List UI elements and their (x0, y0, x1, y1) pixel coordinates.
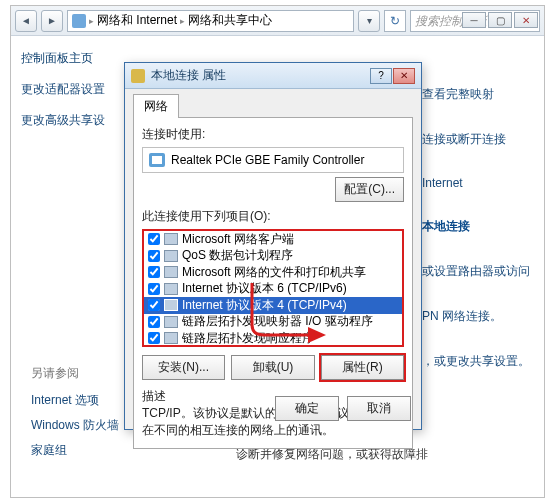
list-item-label: 链路层拓扑发现响应程序 (182, 330, 314, 347)
close-button[interactable]: ✕ (514, 12, 538, 28)
ok-button[interactable]: 确定 (275, 396, 339, 421)
properties-button[interactable]: 属性(R) (321, 355, 404, 380)
items-label: 此连接使用下列项目(O): (142, 208, 404, 225)
uninstall-button[interactable]: 卸载(U) (231, 355, 314, 380)
dialog-footer: 确定 取消 (275, 396, 411, 421)
list-item[interactable]: Microsoft 网络的文件和打印机共享 (144, 264, 402, 281)
window-controls: ─ ▢ ✕ (462, 12, 538, 28)
breadcrumb-segment[interactable]: 网络和共享中心 (188, 12, 272, 29)
tab-strip: 网络 (133, 93, 413, 117)
tab-network[interactable]: 网络 (133, 94, 179, 118)
right-link: PN 网络连接。 (422, 308, 532, 325)
list-item-label: Microsoft 网络客户端 (182, 231, 294, 248)
list-item-checkbox[interactable] (148, 250, 160, 262)
list-item-label: QoS 数据包计划程序 (182, 247, 293, 264)
list-item-checkbox[interactable] (148, 299, 160, 311)
list-item[interactable]: QoS 数据包计划程序 (144, 248, 402, 265)
refresh-button[interactable]: ↻ (384, 10, 406, 32)
maximize-button[interactable]: ▢ (488, 12, 512, 28)
right-link[interactable]: 查看完整映射 (422, 86, 532, 103)
adapter-name: Realtek PCIe GBE Family Controller (171, 153, 364, 167)
dialog-help-button[interactable]: ? (370, 68, 392, 84)
dialog-window-controls: ? ✕ (370, 68, 415, 84)
list-item-label: Internet 协议版本 6 (TCP/IPv6) (182, 280, 347, 297)
list-item-label: 链路层拓扑发现映射器 I/O 驱动程序 (182, 313, 373, 330)
nic-icon (149, 153, 165, 167)
list-item-checkbox[interactable] (148, 266, 160, 278)
dialog-title-text: 本地连接 属性 (151, 67, 364, 84)
list-item[interactable]: 链路层拓扑发现映射器 I/O 驱动程序 (144, 314, 402, 331)
dialog-icon (131, 69, 145, 83)
list-item-checkbox[interactable] (148, 316, 160, 328)
breadcrumb-dropdown-button[interactable]: ▾ (358, 10, 380, 32)
properties-dialog: 本地连接 属性 ? ✕ 网络 连接时使用: Realtek PCIe GBE F… (124, 62, 422, 430)
connect-using-label: 连接时使用: (142, 126, 404, 143)
adapter-box: Realtek PCIe GBE Family Controller (142, 147, 404, 173)
cancel-button[interactable]: 取消 (347, 396, 411, 421)
dialog-close-button[interactable]: ✕ (393, 68, 415, 84)
list-item-checkbox[interactable] (148, 283, 160, 295)
protocol-icon (164, 316, 178, 328)
network-items-list[interactable]: Microsoft 网络客户端 QoS 数据包计划程序 Microsoft 网络… (142, 229, 404, 347)
breadcrumb-separator: ▸ (89, 16, 94, 26)
configure-button[interactable]: 配置(C)... (335, 177, 404, 202)
list-item[interactable]: Microsoft 网络客户端 (144, 231, 402, 248)
install-button[interactable]: 安装(N)... (142, 355, 225, 380)
list-item-label: Internet 协议版本 4 (TCP/IPv4) (182, 297, 347, 314)
protocol-icon (164, 233, 178, 245)
protocol-icon (164, 250, 178, 262)
list-item-checkbox[interactable] (148, 233, 160, 245)
dialog-titlebar[interactable]: 本地连接 属性 ? ✕ (125, 63, 421, 89)
nav-forward-button[interactable]: ► (41, 10, 63, 32)
list-item-ipv4[interactable]: Internet 协议版本 4 (TCP/IPv4) (144, 297, 402, 314)
right-link[interactable]: Internet (422, 176, 532, 190)
minimize-button[interactable]: ─ (462, 12, 486, 28)
protocol-icon (164, 299, 178, 311)
breadcrumb-segment[interactable]: 网络和 Internet (97, 12, 177, 29)
nav-back-button[interactable]: ◄ (15, 10, 37, 32)
right-pane-links: 查看完整映射 连接或断开连接 Internet 本地连接 或设置路由器或访问 P… (422, 86, 532, 398)
protocol-icon (164, 283, 178, 295)
protocol-icon (164, 332, 178, 344)
breadcrumb-separator: ▸ (180, 16, 185, 26)
list-item[interactable]: 链路层拓扑发现响应程序 (144, 330, 402, 347)
right-link: 或设置路由器或访问 (422, 263, 532, 280)
right-link-local-connection[interactable]: 本地连接 (422, 218, 532, 235)
list-item-checkbox[interactable] (148, 332, 160, 344)
breadcrumb[interactable]: ▸ 网络和 Internet ▸ 网络和共享中心 (67, 10, 354, 32)
list-item-label: Microsoft 网络的文件和打印机共享 (182, 264, 366, 281)
list-item[interactable]: Internet 协议版本 6 (TCP/IPv6) (144, 281, 402, 298)
right-link: ，或更改共享设置。 (422, 353, 532, 370)
right-link[interactable]: 连接或断开连接 (422, 131, 532, 148)
protocol-icon (164, 266, 178, 278)
network-icon (72, 14, 86, 28)
